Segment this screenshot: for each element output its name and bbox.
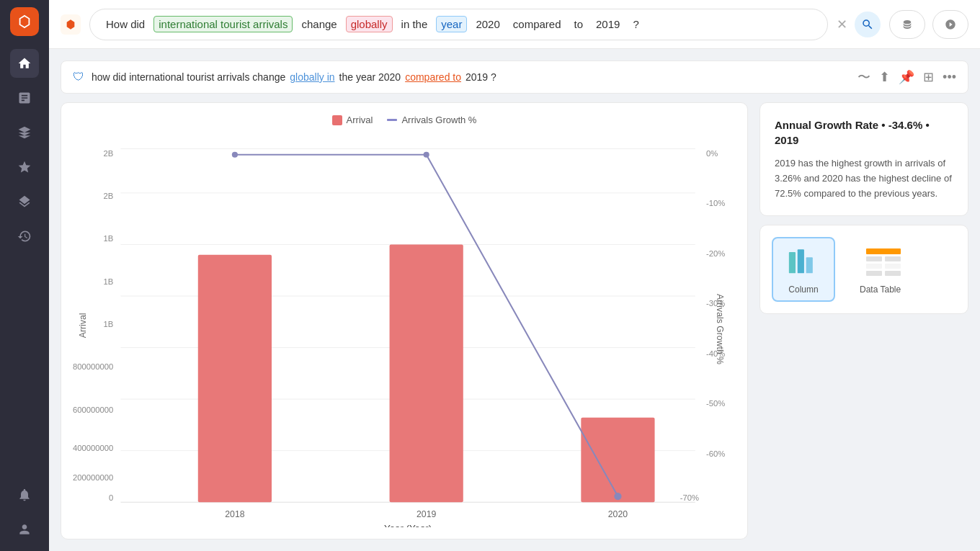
main-content: How did international tourist arrivals c…	[49, 0, 980, 551]
content-area: 🛡 how did international tourist arrivals…	[49, 49, 980, 551]
sidebar-item-star[interactable]	[10, 153, 39, 182]
topbar-btn-db[interactable]	[889, 10, 925, 39]
chart-panel: Arrival Arrivals Growth % 2B 2B 1B 1B 1	[61, 102, 748, 539]
svg-text:-20%: -20%	[706, 249, 725, 258]
query-text-prefix: how did international tourist arrivals c…	[92, 71, 285, 83]
query-text-mid: the year 2020	[339, 71, 401, 83]
pin-icon[interactable]: 📌	[899, 69, 914, 85]
svg-rect-36	[866, 271, 882, 276]
legend-arrival: Arrival	[332, 115, 373, 125]
query-link-globally[interactable]: globally in	[290, 71, 334, 83]
chart-svg: 2B 2B 1B 1B 1B 800000000 600000000 40000…	[73, 131, 736, 527]
search-icon-small	[61, 14, 81, 35]
svg-text:1B: 1B	[103, 234, 113, 243]
clear-button[interactable]: ✕	[837, 17, 847, 32]
sidebar	[0, 0, 49, 551]
svg-text:2B: 2B	[103, 192, 113, 200]
x-label-2020: 2020	[608, 509, 628, 519]
svg-text:600000000: 600000000	[73, 406, 113, 414]
sidebar-item-history[interactable]	[10, 222, 39, 251]
sidebar-item-user[interactable]	[10, 515, 39, 544]
x-label-2018: 2018	[225, 509, 244, 519]
query-token-to: to	[570, 17, 588, 32]
more-icon[interactable]: •••	[943, 70, 956, 85]
svg-text:1B: 1B	[103, 277, 113, 286]
svg-text:2B: 2B	[103, 149, 113, 158]
bar-2019	[390, 244, 463, 502]
chart-area: 2B 2B 1B 1B 1B 800000000 600000000 40000…	[73, 131, 736, 527]
query-bar: 🛡 how did international tourist arrivals…	[61, 61, 968, 94]
query-actions: 〜 ⬆ 📌 ⊞ •••	[858, 68, 956, 86]
search-box[interactable]: How did international tourist arrivals c…	[89, 9, 828, 40]
column-icon	[785, 244, 822, 279]
search-actions: ✕	[837, 12, 881, 37]
svg-rect-37	[885, 271, 901, 276]
insight-card: Annual Growth Rate • -34.6% • 2019 2019 …	[760, 102, 968, 216]
svg-rect-30	[806, 258, 813, 274]
insight-body: 2019 has the highest growth in arrivals …	[775, 156, 953, 201]
share-icon[interactable]: ⬆	[879, 69, 890, 85]
viz-option-column[interactable]: Column	[772, 237, 835, 302]
query-token-2019: 2019	[592, 17, 624, 32]
chart-panel-wrapper: Arrival Arrivals Growth % 2B 2B 1B 1B 1	[61, 102, 968, 539]
query-token-2020: 2020	[471, 17, 504, 32]
query-token-in-the: in the	[397, 17, 432, 32]
sidebar-item-layers[interactable]	[10, 187, 39, 216]
sidebar-item-chart[interactable]	[10, 84, 39, 112]
query-token-year: year	[436, 16, 467, 32]
svg-rect-33	[885, 256, 901, 261]
viz-column-label: Column	[788, 285, 818, 295]
legend-arrival-icon	[332, 115, 342, 125]
query-token-compared: compared	[509, 17, 566, 32]
topbar-right	[889, 10, 968, 39]
sidebar-item-diamond[interactable]	[10, 118, 39, 147]
svg-text:-10%: -10%	[706, 199, 725, 207]
svg-text:Arrival: Arrival	[78, 313, 88, 339]
viz-options-card: Column	[760, 225, 968, 314]
svg-rect-29	[798, 250, 804, 274]
legend-arrival-label: Arrival	[347, 115, 373, 125]
svg-rect-32	[866, 256, 882, 261]
bar-2018	[198, 255, 272, 502]
query-token-globally: globally	[346, 16, 393, 32]
chart-legend: Arrival Arrivals Growth %	[73, 115, 736, 125]
filter-icon[interactable]: ⊞	[923, 69, 934, 85]
svg-rect-34	[866, 264, 882, 269]
query-text: 🛡 how did international tourist arrivals…	[73, 71, 496, 84]
query-token-question: ?	[628, 17, 643, 32]
legend-growth: Arrivals Growth %	[387, 115, 476, 125]
viz-datatable-label: Data Table	[860, 285, 901, 295]
x-axis-title: Year (Year)	[384, 523, 432, 527]
query-link-compared[interactable]: compared to	[405, 71, 461, 83]
legend-growth-label: Arrivals Growth %	[401, 115, 476, 125]
query-token-arrivals: international tourist arrivals	[153, 16, 293, 32]
pulse-icon[interactable]: 〜	[858, 68, 870, 86]
svg-text:-50%: -50%	[706, 399, 725, 408]
legend-growth-icon	[387, 119, 397, 121]
svg-text:800000000: 800000000	[73, 362, 113, 371]
growth-dot-2019	[424, 152, 429, 158]
query-text-suffix: 2019 ?	[466, 71, 496, 83]
svg-rect-31	[866, 248, 901, 254]
viz-option-datatable[interactable]: Data Table	[847, 237, 914, 302]
svg-text:1B: 1B	[103, 320, 113, 328]
growth-dot-2018	[232, 152, 238, 158]
sidebar-item-home[interactable]	[10, 49, 39, 78]
search-button[interactable]	[855, 12, 881, 37]
bar-2020	[581, 418, 654, 503]
sidebar-item-bell[interactable]	[10, 480, 39, 509]
app-logo[interactable]	[10, 7, 39, 36]
topbar-btn-settings[interactable]	[932, 10, 968, 39]
svg-text:200000000: 200000000	[73, 473, 113, 482]
shield-icon: 🛡	[73, 71, 84, 84]
svg-text:0: 0	[109, 493, 113, 502]
insight-title: Annual Growth Rate • -34.6% • 2019	[775, 117, 953, 148]
query-token-change: change	[297, 17, 341, 32]
topbar: How did international tourist arrivals c…	[49, 0, 980, 49]
svg-rect-28	[789, 252, 796, 273]
svg-text:-60%: -60%	[706, 449, 725, 458]
svg-text:Arrivals Growth %: Arrivals Growth %	[715, 294, 725, 364]
svg-text:-70%: -70%	[680, 493, 699, 502]
datatable-icon	[862, 244, 899, 279]
query-token-how-did: How did	[102, 17, 149, 32]
